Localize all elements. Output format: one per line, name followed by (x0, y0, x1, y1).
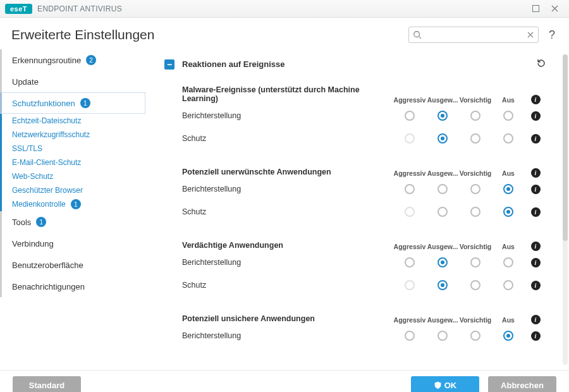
column-header: Ausgew... (426, 96, 459, 104)
sidebar-sub-item[interactable]: Echtzeit-Dateischutz (0, 114, 145, 128)
svg-point-1 (414, 32, 420, 37)
row-label: Schutz (182, 207, 393, 216)
row-label: Berichterstellung (182, 258, 393, 267)
column-header: Aggressiv (393, 316, 426, 324)
column-header: Aus (492, 316, 525, 324)
info-icon[interactable]: i (531, 207, 541, 217)
settings-row: Schutzi (182, 200, 546, 223)
sidebar-item[interactable]: Benutzeroberfläche (0, 254, 145, 276)
sidebar-sub-item[interactable]: Medienkontrolle1 (0, 197, 145, 211)
radio-option[interactable] (437, 184, 448, 194)
row-label: Schutz (182, 281, 393, 290)
radio-option[interactable] (503, 184, 513, 194)
info-icon[interactable]: i (531, 281, 541, 290)
brand-product: ENDPOINT ANTIVIRUS (37, 4, 122, 13)
sidebar-sub-item[interactable]: E-Mail-Client-Schutz (0, 156, 145, 169)
column-header: Ausgew... (426, 316, 459, 324)
settings-group: Potenziell unerwünschte AnwendungenAggre… (145, 159, 560, 232)
info-icon[interactable]: i (531, 168, 541, 178)
radio-option[interactable] (470, 207, 480, 217)
info-icon[interactable]: i (531, 95, 541, 104)
sidebar-item-label: Geschützter Browser (12, 186, 83, 195)
cancel-button[interactable]: Abbrechen (488, 376, 556, 393)
sidebar-item-label: Benutzeroberfläche (12, 260, 83, 270)
radio-option[interactable] (503, 133, 513, 144)
radio-option[interactable] (437, 111, 448, 121)
sidebar-sub-item[interactable]: Netzwerkzugriffsschutz (0, 128, 145, 142)
sidebar-badge: 1 (80, 98, 90, 108)
search-field[interactable] (408, 27, 539, 43)
group-title: Malware-Ereignisse (unterstützt durch Ma… (182, 85, 393, 103)
sidebar-item[interactable]: Benachrichtigungen (0, 276, 145, 297)
column-header: Ausgew... (426, 243, 459, 250)
radio-option[interactable] (503, 207, 513, 217)
sidebar-item-label: Update (12, 77, 39, 87)
window-maximize-icon[interactable] (526, 0, 545, 18)
subheader: Erweiterte Einstellungen ? (0, 18, 569, 49)
radio-option[interactable] (470, 331, 480, 341)
radio-option[interactable] (437, 133, 448, 144)
column-header: Aus (492, 169, 525, 177)
sidebar-item-label: Benachrichtigungen (12, 282, 85, 291)
sidebar-item[interactable]: Update (0, 71, 145, 92)
info-icon[interactable]: i (531, 134, 541, 144)
column-header: Ausgew... (426, 169, 459, 177)
info-icon[interactable]: i (531, 111, 541, 121)
row-label: Berichterstellung (182, 111, 393, 120)
brand-badge: eseT (5, 4, 32, 14)
sidebar-item-selected[interactable]: Schutzfunktionen1 (0, 92, 145, 114)
radio-option[interactable] (503, 331, 513, 341)
radio-option[interactable] (405, 257, 415, 267)
radio-option[interactable] (405, 111, 415, 121)
sidebar-item[interactable]: Erkennungsroutine2 (0, 49, 145, 71)
sidebar: Erkennungsroutine2UpdateSchutzfunktionen… (0, 49, 145, 370)
collapse-icon[interactable]: − (164, 59, 174, 70)
ok-button[interactable]: OK (411, 376, 479, 393)
sidebar-item[interactable]: Verbindung (0, 233, 145, 254)
standard-button[interactable]: Standard (13, 376, 81, 393)
radio-option[interactable] (470, 133, 480, 144)
page-title: Erweiterte Einstellungen (11, 27, 154, 42)
info-icon[interactable]: i (531, 242, 541, 251)
sidebar-item-label: Schutzfunktionen (12, 99, 75, 108)
sidebar-item[interactable]: Tools1 (0, 211, 145, 233)
revert-icon[interactable] (536, 58, 546, 70)
clear-search-icon[interactable] (527, 31, 534, 39)
radio-option[interactable] (405, 331, 415, 341)
sidebar-sub-item[interactable]: SSL/TLS (0, 142, 145, 156)
info-icon[interactable]: i (531, 258, 541, 267)
info-icon[interactable]: i (531, 185, 541, 194)
radio-option[interactable] (437, 257, 448, 267)
window-close-icon[interactable] (545, 0, 564, 18)
info-icon[interactable]: i (531, 315, 541, 324)
settings-row: Berichterstellungi (182, 178, 546, 200)
column-header: Aus (492, 96, 525, 104)
radio-option[interactable] (437, 331, 448, 341)
sidebar-sub-item[interactable]: Web-Schutz (0, 169, 145, 183)
radio-option[interactable] (470, 280, 480, 290)
section-header[interactable]: − Reaktionen auf Ereignisse (145, 49, 560, 77)
section-title: Reaktionen auf Ereignisse (182, 59, 285, 69)
radio-option[interactable] (405, 184, 415, 194)
radio-option[interactable] (470, 184, 480, 194)
settings-group: Verdächtige AnwendungenAggressivAusgew..… (145, 232, 560, 305)
radio-option (405, 280, 415, 290)
radio-option[interactable] (437, 207, 448, 217)
info-icon[interactable]: i (531, 331, 541, 341)
sidebar-item-label: Echtzeit-Dateischutz (12, 116, 81, 125)
settings-row: Berichterstellungi (182, 324, 546, 347)
radio-option[interactable] (503, 257, 513, 267)
group-title: Potenziell unsichere Anwendungen (182, 314, 393, 323)
radio-option[interactable] (470, 257, 480, 267)
radio-option (405, 207, 415, 217)
radio-option[interactable] (503, 280, 513, 290)
radio-option[interactable] (437, 280, 448, 290)
vertical-scrollbar[interactable] (563, 54, 568, 365)
sidebar-item-label: SSL/TLS (12, 144, 42, 153)
radio-option[interactable] (503, 111, 513, 121)
search-input[interactable] (422, 30, 527, 39)
svg-rect-0 (532, 6, 539, 12)
help-icon[interactable]: ? (546, 28, 558, 42)
sidebar-sub-item[interactable]: Geschützter Browser (0, 183, 145, 197)
radio-option[interactable] (470, 111, 480, 121)
